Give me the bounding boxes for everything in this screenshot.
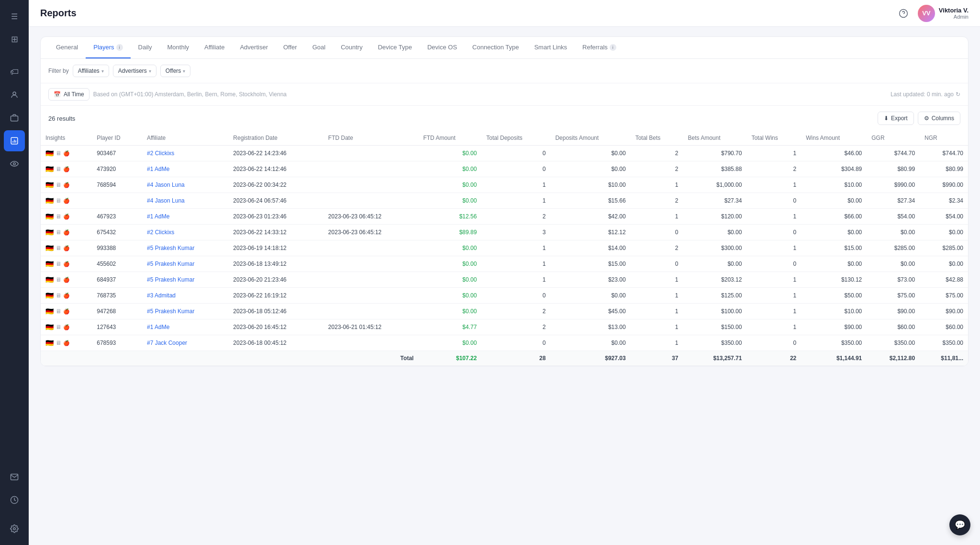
results-bar: 26 results ⬇ Export ⚙ Columns — [41, 106, 968, 131]
desktop-icon: 🖥 — [56, 166, 61, 172]
tab-info-icon: i — [116, 44, 123, 51]
export-button[interactable]: ⬇ Export — [878, 112, 914, 125]
tab-country[interactable]: Country — [333, 37, 370, 58]
help-icon[interactable] — [895, 5, 912, 22]
flag-icon: 🇩🇪 — [45, 149, 54, 157]
apple-icon: 🍎 — [63, 261, 70, 267]
user-name: Viktoria V. — [939, 7, 969, 14]
td-affiliate[interactable]: #2 Clickixs — [142, 225, 228, 240]
td-affiliate[interactable]: #5 Prakesh Kumar — [142, 240, 228, 256]
user-info[interactable]: VV Viktoria V. Admin — [918, 5, 969, 22]
affiliate-link[interactable]: #5 Prakesh Kumar — [147, 276, 194, 283]
affiliate-link[interactable]: #4 Jason Luna — [147, 182, 185, 188]
td-player-id: 993388 — [92, 240, 142, 256]
td-affiliate[interactable]: #4 Jason Luna — [142, 177, 228, 193]
td-ggr: $27.34 — [867, 193, 920, 209]
td-deposits-amount: $10.00 — [550, 177, 630, 193]
td-affiliate[interactable]: #1 AdMe — [142, 161, 228, 177]
sidebar-item-activity[interactable] — [4, 153, 25, 174]
tab-players[interactable]: Playersi — [86, 37, 130, 58]
columns-button[interactable]: ⚙ Columns — [918, 112, 960, 125]
refresh-icon[interactable]: ↻ — [956, 91, 960, 98]
td-bets-amount: $0.00 — [683, 256, 746, 272]
affiliate-link[interactable]: #1 AdMe — [147, 166, 169, 172]
sidebar-item-tags[interactable]: 🏷 — [4, 61, 25, 82]
affiliate-link[interactable]: #1 AdMe — [147, 324, 169, 330]
td-player-id: 678593 — [92, 335, 142, 351]
table-row: 🇩🇪 🖥 🍎 903467#2 Clickixs2023-06-22 14:23… — [41, 146, 968, 161]
td-affiliate[interactable]: #1 AdMe — [142, 319, 228, 335]
sidebar-item-mail[interactable] — [4, 466, 25, 488]
chat-fab[interactable]: 💬 — [949, 514, 970, 535]
sidebar-item-reports[interactable] — [4, 130, 25, 151]
tab-device-type[interactable]: Device Type — [370, 37, 420, 58]
sidebar-item-menu[interactable]: ☰ — [4, 6, 25, 27]
td-affiliate[interactable]: #5 Prakesh Kumar — [142, 304, 228, 319]
tab-goal[interactable]: Goal — [305, 37, 333, 58]
td-reg-date: 2023-06-18 00:45:12 — [228, 335, 323, 351]
affiliate-link[interactable]: #7 Jack Cooper — [147, 340, 187, 346]
affiliate-link[interactable]: #5 Prakesh Kumar — [147, 308, 194, 315]
td-affiliate[interactable]: #5 Prakesh Kumar — [142, 256, 228, 272]
td-reg-date: 2023-06-22 14:23:46 — [228, 146, 323, 161]
td-deposits-amount: $0.00 — [550, 288, 630, 304]
affiliate-link[interactable]: #2 Clickixs — [147, 229, 174, 236]
data-table-wrapper: InsightsPlayer IDAffiliateRegistration D… — [41, 131, 968, 366]
date-button-label: All Time — [64, 91, 84, 98]
td-affiliate[interactable]: #1 AdMe — [142, 209, 228, 225]
td-affiliate[interactable]: #4 Jason Luna — [142, 193, 228, 209]
sidebar-item-briefcase[interactable] — [4, 107, 25, 128]
filter-label-affiliates: Affiliates — [78, 68, 100, 74]
sidebar-item-dashboard[interactable]: ⊞ — [4, 29, 25, 50]
tab-advertiser[interactable]: Advertiser — [232, 37, 276, 58]
tab-device-os[interactable]: Device OS — [420, 37, 465, 58]
affiliate-link[interactable]: #4 Jason Luna — [147, 197, 185, 204]
sidebar-item-users[interactable] — [4, 84, 25, 105]
td-ftd-date: 2023-06-23 06:45:12 — [323, 209, 419, 225]
td-affiliate[interactable]: #5 Prakesh Kumar — [142, 272, 228, 288]
td-player-id: 903467 — [92, 146, 142, 161]
tab-offer[interactable]: Offer — [276, 37, 305, 58]
total-cell-7: $2,112.80 — [867, 351, 920, 366]
filter-offers[interactable]: Offers ▾ — [160, 65, 190, 77]
affiliate-link[interactable]: #5 Prakesh Kumar — [147, 261, 194, 267]
td-wins-amount: $130.12 — [801, 272, 867, 288]
td-affiliate[interactable]: #3 Admitad — [142, 288, 228, 304]
total-blank — [41, 351, 323, 366]
affiliate-link[interactable]: #1 AdMe — [147, 213, 169, 220]
td-total-bets: 1 — [631, 177, 683, 193]
affiliate-link[interactable]: #3 Admitad — [147, 292, 176, 299]
tab-general[interactable]: General — [48, 37, 86, 58]
filter-advertisers[interactable]: Advertisers ▾ — [113, 65, 156, 77]
tab-daily[interactable]: Daily — [131, 37, 160, 58]
tab-referrals[interactable]: Referralsi — [575, 37, 624, 58]
td-insights: 🇩🇪 🖥 🍎 — [41, 209, 92, 225]
total-cell-3: 37 — [631, 351, 683, 366]
td-affiliate[interactable]: #7 Jack Cooper — [142, 335, 228, 351]
sidebar-item-settings[interactable] — [4, 518, 25, 539]
tab-connection-type[interactable]: Connection Type — [465, 37, 526, 58]
tab-smart-links[interactable]: Smart Links — [526, 37, 575, 58]
td-wins-amount: $10.00 — [801, 177, 867, 193]
tab-monthly[interactable]: Monthly — [160, 37, 197, 58]
tab-affiliate[interactable]: Affiliate — [197, 37, 232, 58]
sidebar-item-history[interactable] — [4, 489, 25, 511]
td-ggr: $60.00 — [867, 319, 920, 335]
td-deposits-amount: $23.00 — [550, 272, 630, 288]
apple-icon: 🍎 — [63, 308, 70, 315]
td-affiliate[interactable]: #2 Clickixs — [142, 146, 228, 161]
td-reg-date: 2023-06-18 05:12:46 — [228, 304, 323, 319]
col-total-bets: Total Bets — [631, 131, 683, 146]
td-reg-date: 2023-06-22 14:12:46 — [228, 161, 323, 177]
td-total-wins: 1 — [746, 319, 801, 335]
table-row: 🇩🇪 🖥 🍎 #4 Jason Luna2023-06-24 06:57:46$… — [41, 193, 968, 209]
desktop-icon: 🖥 — [56, 276, 61, 283]
affiliate-link[interactable]: #2 Clickixs — [147, 150, 174, 157]
affiliate-link[interactable]: #5 Prakesh Kumar — [147, 245, 194, 251]
table-row: 🇩🇪 🖥 🍎 675432#2 Clickixs2023-06-22 14:33… — [41, 225, 968, 240]
date-range-button[interactable]: 📅 All Time — [48, 88, 89, 101]
col-ngr: NGR — [920, 131, 968, 146]
td-total-wins: 2 — [746, 161, 801, 177]
filter-affiliates[interactable]: Affiliates ▾ — [73, 65, 109, 77]
td-ftd-amount: $0.00 — [418, 272, 481, 288]
